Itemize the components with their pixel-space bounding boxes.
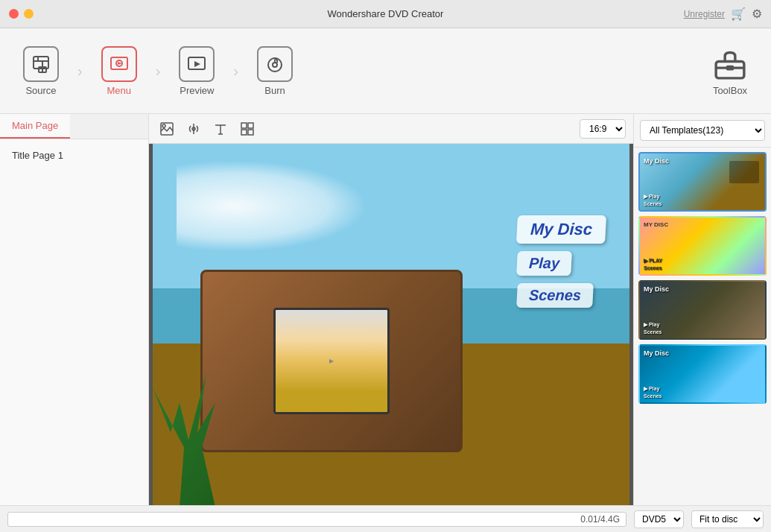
- toolbar-item-menu[interactable]: Menu: [86, 37, 153, 104]
- window-title: Wondershare DVD Creator: [328, 8, 444, 19]
- window-controls: [9, 9, 34, 19]
- template-dropdown[interactable]: All Templates(123): [640, 120, 765, 141]
- aspect-ratio-select[interactable]: 16:9 4:3: [580, 119, 626, 139]
- canvas-toolbar: 16:9 4:3: [149, 114, 633, 144]
- template-thumb-1[interactable]: My Disc ▶ Play Scenes: [638, 152, 767, 212]
- center-canvas: 16:9 4:3 My Disc Play: [149, 114, 633, 505]
- svg-rect-21: [241, 123, 247, 128]
- tmpl3-menu: ▶ Play Scenes: [644, 322, 662, 335]
- burn-icon: [264, 54, 285, 75]
- template-thumb-2[interactable]: MY DISC ▶ PLAY Scenes: [638, 216, 767, 276]
- tab-main-page[interactable]: Main Page: [0, 114, 70, 139]
- play-sign: Play: [516, 251, 572, 276]
- tmpl4-label: My Disc: [644, 349, 669, 357]
- svg-rect-23: [241, 130, 247, 135]
- left-panel: Main Page Title Page 1: [0, 114, 149, 505]
- preview-label: Preview: [180, 85, 214, 96]
- title-page-item[interactable]: Title Page 1: [6, 145, 142, 165]
- fit-select[interactable]: Fit to disc High quality Custom: [691, 510, 764, 528]
- toolbar-item-preview[interactable]: Preview: [163, 37, 230, 104]
- toolbar-item-toolbox[interactable]: ToolBox: [697, 37, 764, 104]
- template-list: My Disc ▶ Play Scenes MY DISC ▶ PLAY Sce…: [634, 148, 771, 505]
- main-area: Main Page Title Page 1: [0, 114, 771, 505]
- preview-icon-wrapper: [179, 46, 215, 82]
- toolbar-item-burn[interactable]: Burn: [241, 37, 308, 104]
- main-toolbar: Source › Menu › Preview ›: [0, 28, 771, 114]
- suitcase-screen: ▶: [273, 308, 390, 414]
- tmpl2-label: MY DISC: [644, 221, 668, 228]
- grid-tool-button[interactable]: [237, 118, 258, 139]
- svg-point-11: [273, 63, 277, 67]
- storage-progress: 0.01/4.4G: [7, 512, 626, 527]
- svg-rect-24: [248, 130, 253, 135]
- tmpl4-menu: ▶ Play Scenes: [644, 386, 662, 399]
- minimize-button[interactable]: [24, 9, 34, 19]
- burn-label: Burn: [264, 85, 285, 96]
- scenes-sign: Scenes: [516, 283, 594, 308]
- tmpl1-menu: ▶ Play Scenes: [644, 194, 662, 206]
- preview-icon: [186, 54, 207, 75]
- template-header: All Templates(123): [634, 114, 771, 148]
- toolbox-icon-wrapper: [712, 46, 748, 82]
- menu-icon-wrapper: [101, 46, 137, 82]
- status-bar: 0.01/4.4G DVD5 DVD9 Fit to disc High qua…: [0, 505, 771, 532]
- right-panel: All Templates(123) My Disc ▶ Play Scenes…: [633, 114, 771, 505]
- toolbox-icon: [712, 46, 748, 82]
- disc-sign: My Disc: [516, 215, 606, 244]
- title-bar: Wondershare DVD Creator Unregister 🛒 ⚙: [0, 0, 771, 28]
- toolbar-item-source[interactable]: Source: [7, 37, 74, 104]
- template-thumb-3[interactable]: My Disc ▶ Play Scenes: [638, 280, 767, 340]
- arrow-3: ›: [233, 63, 238, 80]
- canvas-area[interactable]: My Disc Play Scenes ▶: [149, 144, 633, 505]
- suitcase-decoration: ▶: [200, 270, 463, 452]
- tmpl1-label: My Disc: [644, 157, 669, 165]
- source-label: Source: [25, 85, 56, 96]
- toolbox-label: ToolBox: [713, 85, 747, 96]
- left-panel-content: Title Page 1: [0, 139, 148, 171]
- menu-label: Menu: [107, 85, 131, 96]
- arrow-2: ›: [156, 63, 161, 80]
- svg-rect-22: [248, 123, 253, 128]
- settings-icon[interactable]: ⚙: [752, 7, 762, 21]
- dvd-type-select[interactable]: DVD5 DVD9: [634, 510, 684, 528]
- canvas-background: My Disc Play Scenes ▶: [153, 144, 629, 505]
- canvas-preview: My Disc Play Scenes ▶: [153, 144, 629, 505]
- source-icon: [31, 54, 51, 75]
- svg-marker-9: [194, 61, 200, 67]
- unregister-link[interactable]: Unregister: [684, 9, 725, 19]
- title-page-label: Title Page 1: [12, 150, 63, 161]
- close-button[interactable]: [9, 9, 19, 19]
- arrow-1: ›: [77, 63, 83, 80]
- left-panel-tabs: Main Page: [0, 114, 148, 139]
- svg-point-16: [162, 124, 165, 127]
- menu-signs: My Disc Play Scenes: [517, 215, 606, 308]
- image-tool-button[interactable]: [156, 118, 177, 139]
- burn-icon-wrapper: [257, 46, 293, 82]
- title-bar-right: Unregister 🛒 ⚙: [684, 7, 762, 21]
- menu-icon: [109, 54, 130, 75]
- tmpl2-menu: ▶ PLAY Scenes: [644, 258, 662, 270]
- sky-decoration: [177, 160, 367, 252]
- text-tool-button[interactable]: [210, 118, 231, 139]
- audio-tool-button[interactable]: [183, 118, 204, 139]
- tmpl3-label: My Disc: [644, 285, 669, 293]
- template-thumb-4[interactable]: My Disc ▶ Play Scenes: [638, 344, 767, 404]
- source-icon-wrapper: [23, 46, 59, 82]
- cart-icon[interactable]: 🛒: [731, 7, 746, 21]
- svg-rect-14: [726, 65, 734, 70]
